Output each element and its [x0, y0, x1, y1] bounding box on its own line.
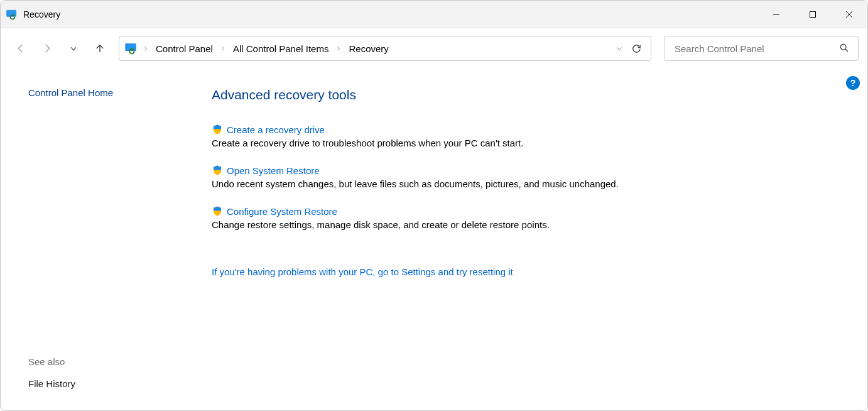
- search-icon[interactable]: [839, 43, 849, 55]
- page-heading: Advanced recovery tools: [212, 87, 842, 102]
- address-bar[interactable]: Control Panel All Control Panel Items Re…: [119, 36, 651, 61]
- tool-item: Configure System Restore Change restore …: [212, 206, 842, 230]
- see-also-label: See also: [28, 356, 189, 367]
- uac-shield-icon: [212, 124, 223, 135]
- control-panel-home-link[interactable]: Control Panel Home: [28, 87, 189, 98]
- search-input[interactable]: [673, 43, 839, 55]
- reset-pc-settings-link[interactable]: If you're having problems with your PC, …: [212, 266, 513, 277]
- recovery-app-icon: [6, 8, 18, 21]
- svg-rect-3: [810, 11, 816, 17]
- back-button[interactable]: [9, 37, 32, 60]
- chevron-right-icon[interactable]: [334, 45, 344, 52]
- body: Control Panel Home See also File History…: [1, 68, 867, 410]
- main-content: ? Advanced recovery tools Create a recov…: [189, 68, 867, 410]
- refresh-button[interactable]: [627, 37, 646, 60]
- close-button[interactable]: [831, 1, 867, 28]
- chevron-right-icon[interactable]: [141, 45, 151, 52]
- minimize-button[interactable]: [758, 1, 795, 28]
- tool-description: Undo recent system changes, but leave fi…: [212, 178, 842, 189]
- configure-system-restore-link[interactable]: Configure System Restore: [227, 206, 337, 217]
- window-title: Recovery: [23, 9, 60, 19]
- tool-description: Change restore settings, manage disk spa…: [212, 219, 842, 230]
- file-history-link[interactable]: File History: [28, 378, 189, 389]
- uac-shield-icon: [212, 206, 223, 217]
- titlebar: Recovery: [1, 1, 867, 28]
- breadcrumb-item[interactable]: All Control Panel Items: [231, 42, 332, 55]
- uac-shield-icon: [212, 165, 223, 176]
- address-bar-icon: [124, 41, 138, 55]
- tool-item: Open System Restore Undo recent system c…: [212, 165, 842, 189]
- window-controls: [758, 1, 867, 28]
- chevron-right-icon[interactable]: [218, 45, 228, 52]
- tool-description: Create a recovery drive to troubleshoot …: [212, 138, 842, 148]
- forward-button[interactable]: [36, 37, 58, 60]
- breadcrumb-item[interactable]: Control Panel: [153, 42, 215, 55]
- svg-line-8: [845, 49, 848, 52]
- open-system-restore-link[interactable]: Open System Restore: [227, 165, 320, 176]
- search-box[interactable]: [664, 36, 859, 61]
- create-recovery-drive-link[interactable]: Create a recovery drive: [227, 124, 325, 135]
- toolbar: Control Panel All Control Panel Items Re…: [1, 28, 867, 68]
- breadcrumb-item[interactable]: Recovery: [346, 42, 391, 55]
- svg-point-7: [840, 44, 846, 50]
- maximize-button[interactable]: [795, 1, 831, 28]
- sidebar: Control Panel Home See also File History: [1, 68, 189, 410]
- up-button[interactable]: [89, 37, 111, 60]
- recent-locations-button[interactable]: [62, 37, 85, 60]
- window: Recovery: [0, 0, 868, 411]
- chevron-down-icon[interactable]: [614, 45, 624, 52]
- tool-item: Create a recovery drive Create a recover…: [212, 124, 842, 148]
- help-button[interactable]: ?: [846, 76, 860, 90]
